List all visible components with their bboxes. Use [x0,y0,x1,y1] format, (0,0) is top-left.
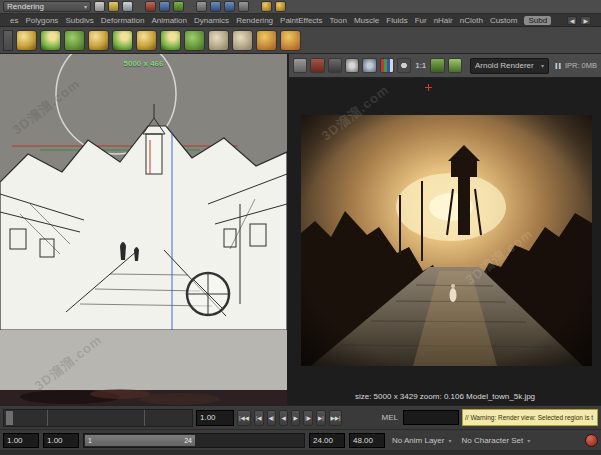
anim-layer-dropdown[interactable]: No Anim Layer ▾ [389,433,454,448]
redo-render-icon[interactable] [345,58,359,73]
shelf-tab[interactable]: Subdivs [65,16,93,25]
snap-grid-icon[interactable] [196,1,207,12]
range-slider[interactable]: 1 24 [83,433,305,448]
shelf-tab[interactable]: Polygons [25,16,58,25]
shelf-tool-icon[interactable] [208,30,229,51]
shelf-tab[interactable]: nCloth [460,16,483,25]
anim-layer-label: No Anim Layer [392,436,444,445]
shelf-tool-icon[interactable] [40,30,61,51]
shelf-tab[interactable]: Toon [330,16,347,25]
range-start-label: 1 [88,437,92,444]
renderer-dropdown[interactable]: Arnold Renderer ▾ [470,58,549,74]
command-line-language-label[interactable]: MEL [380,413,400,422]
snap-curve-icon[interactable] [210,1,221,12]
viewport-area: 5000 x 466 3D溜溜.com 3D溜溜.com 1:1 Arnold … [0,54,601,405]
shelf-tool-icon[interactable] [232,30,253,51]
goto-start-button[interactable]: |◀◀ [237,410,251,426]
animation-start-field[interactable]: 1.00 [3,433,39,448]
step-back-frame-button[interactable]: |◀ [254,410,264,426]
shelf-tab[interactable]: nHair [434,16,453,25]
status-line: Rendering ▾ [0,0,601,14]
render-settings-icon[interactable] [275,1,286,12]
render-canvas[interactable]: size: 5000 x 3429 zoom: 0.106 Model_town… [289,78,601,405]
shelf-tab-bar: es Polygons Subdivs Deformation Animatio… [0,14,601,27]
ipr-pause-button[interactable]: II [555,61,562,71]
render-status-label: size: 5000 x 3429 zoom: 0.106 Model_town… [289,392,601,401]
resolution-gate-label: 5000 x 466 [123,59,163,68]
shelf-tab[interactable]: Custom [490,16,518,25]
scroll-left-icon[interactable]: ◀ [567,16,578,25]
shelf-tool-icon[interactable] [88,30,109,51]
actual-size-button[interactable]: 1:1 [414,61,427,70]
step-forward-frame-button[interactable]: ▶| [316,410,326,426]
shelf-tool-icon[interactable] [184,30,205,51]
shelf-tab[interactable]: Fluids [386,16,407,25]
select-camera-icon[interactable] [293,58,307,73]
chevron-down-icon: ▾ [448,437,451,444]
step-forward-key-button[interactable]: |▶ [303,410,313,426]
character-set-dropdown[interactable]: No Character Set ▾ [458,433,533,448]
range-slider-handle[interactable]: 1 24 [85,435,195,446]
save-scene-icon[interactable] [122,1,133,12]
alpha-channel-icon[interactable] [397,58,411,73]
keep-image-icon[interactable] [430,58,444,73]
shelf-tool-icon[interactable] [16,30,37,51]
snap-point-icon[interactable] [224,1,235,12]
shelf-menu-icon[interactable] [3,30,13,51]
menu-set-dropdown[interactable]: Rendering ▾ [3,1,91,12]
play-backwards-button[interactable]: ◀ [279,410,288,426]
shelf-tab-selected[interactable]: Subd [524,16,551,25]
chevron-down-icon: ▾ [541,62,544,69]
snap-plane-icon[interactable] [238,1,249,12]
shelf-tab[interactable]: Muscle [354,16,379,25]
shelf-tab[interactable]: Fur [415,16,427,25]
shelf-tool-icon[interactable] [136,30,157,51]
open-scene-icon[interactable] [108,1,119,12]
shelf-tab[interactable]: Rendering [236,16,273,25]
selection-mask-hierarchy-icon[interactable] [145,1,156,12]
new-scene-icon[interactable] [94,1,105,12]
shelf-tab[interactable]: Animation [151,16,187,25]
time-slider[interactable] [3,409,193,427]
auto-keyframe-toggle[interactable] [585,434,598,447]
open-render-settings-icon[interactable] [448,58,462,73]
menu-set-label: Rendering [7,2,44,11]
tick [47,410,48,426]
shelf-tab[interactable]: es [10,16,18,25]
region-marker-icon [425,84,432,91]
render-region-icon[interactable] [310,58,324,73]
playback-end-field[interactable]: 24.00 [309,433,345,448]
chevron-down-icon: ▾ [84,3,87,10]
selection-mask-object-icon[interactable] [159,1,170,12]
snapshot-icon[interactable] [328,58,342,73]
character-set-label: No Character Set [461,436,523,445]
shelf-tool-icon[interactable] [280,30,301,51]
goto-end-button[interactable]: ▶▶| [329,410,343,426]
perspective-viewport[interactable]: 5000 x 466 3D溜溜.com 3D溜溜.com [0,54,287,405]
shelf-tool-icon[interactable] [256,30,277,51]
help-line-warning: // Warning: Render view: Selected region… [462,409,598,426]
chevron-down-icon: ▾ [527,437,530,444]
current-frame-field[interactable]: 1.00 [196,410,234,426]
scroll-right-icon[interactable]: ▶ [580,16,591,25]
render-current-frame-icon[interactable] [261,1,272,12]
selection-mask-component-icon[interactable] [173,1,184,12]
command-line-input[interactable] [403,410,459,425]
shelf-tab[interactable]: Deformation [101,16,145,25]
shelf-tool-icon[interactable] [64,30,85,51]
rendered-image [301,115,592,366]
animation-end-field[interactable]: 48.00 [349,433,385,448]
step-back-key-button[interactable]: ◀| [267,410,277,426]
ipr-render-icon[interactable] [362,58,376,73]
shelf-tool-icon[interactable] [112,30,133,51]
play-forwards-button[interactable]: ▶ [291,410,300,426]
shelf-tab[interactable]: PaintEffects [280,16,323,25]
rgb-channels-icon[interactable] [380,58,394,73]
wireframe-scene [0,54,287,405]
playback-start-field[interactable]: 1.00 [43,433,79,448]
render-view-panel: 1:1 Arnold Renderer ▾ II IPR: 0MB [287,54,601,405]
shelf-tool-icon[interactable] [160,30,181,51]
current-frame-marker[interactable] [6,411,13,425]
shelf-tab[interactable]: Dynamics [194,16,229,25]
renderer-label: Arnold Renderer [475,61,534,70]
